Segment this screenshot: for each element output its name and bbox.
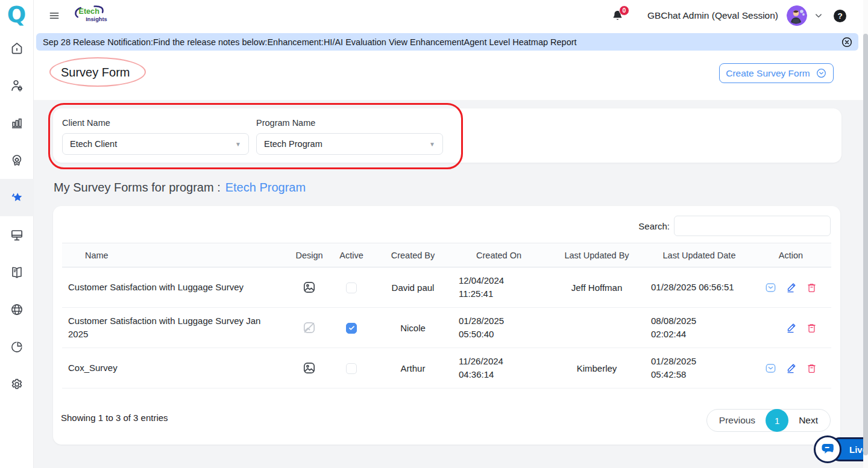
column-header-created-by[interactable]: Created By (374, 243, 452, 267)
search-row: Search: (638, 216, 831, 236)
section-heading: My Survey Forms for program : Etech Prog… (54, 181, 306, 195)
check-icon (348, 324, 356, 332)
last-updated-by: Kimberley (546, 348, 648, 388)
avatar[interactable] (787, 5, 807, 26)
previous-page-button[interactable]: Previous (707, 415, 766, 426)
release-banner: Sep 28 Release Notification:Find the rel… (36, 33, 858, 51)
edit-action-icon[interactable] (785, 362, 797, 374)
delete-action-icon[interactable] (806, 363, 817, 374)
column-header-design[interactable]: Design (289, 243, 329, 267)
gear-icon (10, 377, 24, 392)
active-checkbox[interactable] (346, 323, 357, 334)
sidebar-item-library[interactable] (0, 254, 34, 291)
client-name-label: Client Name (62, 118, 249, 128)
notification-bell-icon[interactable]: 0 (611, 9, 624, 23)
client-name-value: Etech Client (70, 139, 117, 149)
program-link[interactable]: Etech Program (225, 181, 306, 195)
edit-action-icon[interactable] (785, 322, 797, 334)
column-header-last-updated-by[interactable]: Last Updated By (546, 243, 648, 267)
column-header-last-updated-date[interactable]: Last Updated Date (648, 243, 750, 267)
row-actions (764, 362, 817, 375)
client-name-select[interactable]: Etech Client ▼ (62, 133, 249, 155)
section-heading-text: My Survey Forms for program : (54, 181, 221, 195)
delete-action-icon[interactable] (806, 322, 817, 334)
column-header-created-on[interactable]: Created On (452, 243, 546, 267)
select-caret-icon: ▼ (429, 141, 435, 148)
app-screen: Q Etech Insights 0 (0, 0, 868, 468)
program-name-select[interactable]: Etech Program ▼ (256, 133, 443, 155)
delete-action-icon[interactable] (806, 282, 817, 293)
program-filter: Program Name Etech Program ▼ (256, 118, 443, 155)
sidebar-nav (0, 30, 33, 403)
sidebar-item-reports[interactable] (0, 104, 34, 142)
current-page-button[interactable]: 1 (766, 409, 788, 432)
design-image-disabled-icon (302, 320, 316, 335)
mail-action-icon[interactable] (764, 281, 777, 294)
created-by: Nicole (374, 308, 452, 348)
release-banner-text: Sep 28 Release Notification:Find the rel… (43, 37, 577, 47)
search-label: Search: (638, 221, 670, 231)
active-checkbox[interactable] (346, 363, 357, 374)
survey-table-card: Search: NameDesignActiveCreated ByCreate… (53, 206, 840, 445)
last-updated-by (546, 308, 648, 348)
notification-badge: 0 (619, 5, 629, 16)
select-caret-icon: ▼ (235, 141, 241, 148)
active-checkbox[interactable] (346, 282, 357, 293)
create-survey-form-label: Create Survey Form (726, 68, 810, 79)
page-title: Survey Form (61, 66, 130, 80)
sidebar-item-analytics[interactable] (0, 328, 34, 366)
created-on: 12/04/202411:25:41 (452, 267, 546, 308)
survey-table: NameDesignActiveCreated ByCreated OnLast… (62, 243, 831, 388)
user-gear-icon (10, 78, 24, 93)
sidebar-item-surveys[interactable] (0, 179, 34, 216)
created-by: David paul (374, 267, 452, 308)
sidebar-item-monitor[interactable] (0, 216, 34, 254)
sidebar-item-settings[interactable] (0, 366, 34, 403)
help-icon[interactable]: ? (834, 10, 846, 22)
sidebar-item-users[interactable] (0, 67, 34, 104)
menu-icon[interactable] (48, 10, 60, 22)
row-actions (764, 281, 817, 294)
scrollbar-track (863, 0, 868, 468)
chevron-down-icon[interactable] (813, 10, 824, 21)
design-image-icon[interactable] (302, 361, 316, 375)
chat-bubble-icon (819, 441, 836, 458)
column-header-name[interactable]: Name (62, 243, 289, 267)
next-page-button[interactable]: Next (788, 415, 830, 426)
logo-line1: Etech (78, 7, 99, 16)
sidebar-item-web[interactable] (0, 291, 34, 328)
circle-chevron-icon (816, 67, 827, 79)
showing-entries-text: Showing 1 to 3 of 3 entries (61, 413, 168, 423)
created-by: Arthur (374, 348, 452, 388)
sidebar-item-quality[interactable] (0, 142, 34, 179)
pagination: Previous 1 Next (706, 409, 831, 432)
etech-insights-logo: Etech Insights (71, 4, 109, 28)
user-session-label: GBChat Admin (Qeval Session) (647, 10, 778, 21)
bar-chart-icon (10, 116, 24, 130)
last-updated-by: Jeff Hoffman (546, 267, 648, 308)
qeval-logo[interactable]: Q (4, 3, 30, 27)
search-input[interactable] (674, 216, 831, 236)
created-on: 01/28/202505:50:40 (452, 308, 546, 348)
survey-name: Customer Satisfaction with Luggage Surve… (62, 308, 289, 348)
filters-card: Client Name Etech Client ▼ Program Name … (53, 108, 841, 163)
banner-close-icon[interactable] (841, 36, 853, 48)
last-updated-date: 08/08/202502:02:44 (648, 308, 750, 348)
table-row: Customer Satisfaction with Luggage Surve… (62, 267, 831, 308)
create-survey-form-button[interactable]: Create Survey Form (719, 63, 834, 83)
topbar-right: 0 GBChat Admin (Qeval Session) (611, 0, 846, 31)
row-actions (764, 322, 817, 334)
survey-name: Cox_Survey (62, 348, 289, 388)
globe-icon (10, 302, 24, 317)
book-icon (10, 265, 24, 279)
content-area: Etech Insights 0 GBChat Admin (Qeval Ses… (34, 0, 868, 468)
header-section: Etech Insights 0 GBChat Admin (Qeval Ses… (34, 0, 868, 100)
mail-action-icon[interactable] (764, 362, 777, 375)
column-header-action[interactable]: Action (750, 243, 831, 267)
sidebar-item-home[interactable] (0, 30, 34, 67)
last-updated-date: 01/28/2025 06:56:51 (648, 267, 750, 308)
column-header-active[interactable]: Active (329, 243, 374, 267)
design-image-icon[interactable] (302, 280, 316, 295)
scrollbar-thumb[interactable] (863, 34, 868, 455)
edit-action-icon[interactable] (785, 281, 797, 293)
